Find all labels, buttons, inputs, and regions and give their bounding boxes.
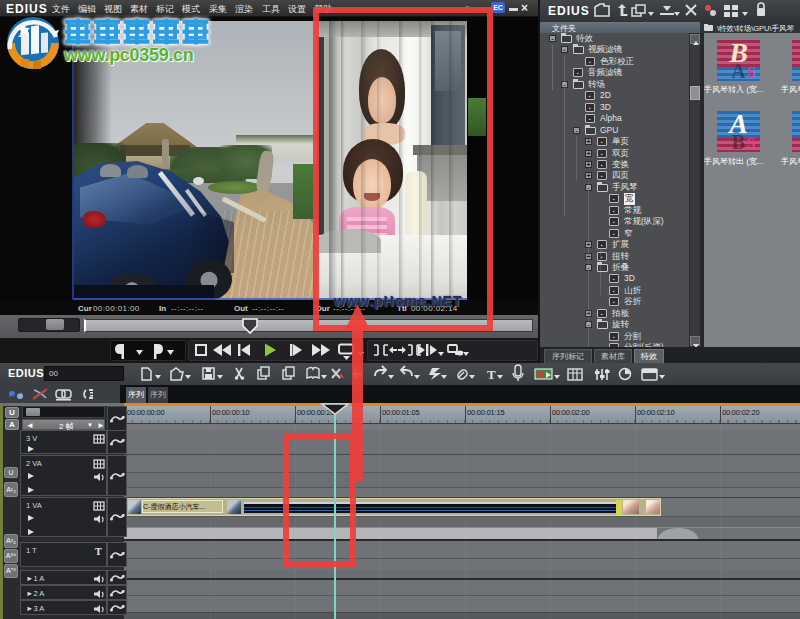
svg-text:T: T (487, 367, 496, 382)
